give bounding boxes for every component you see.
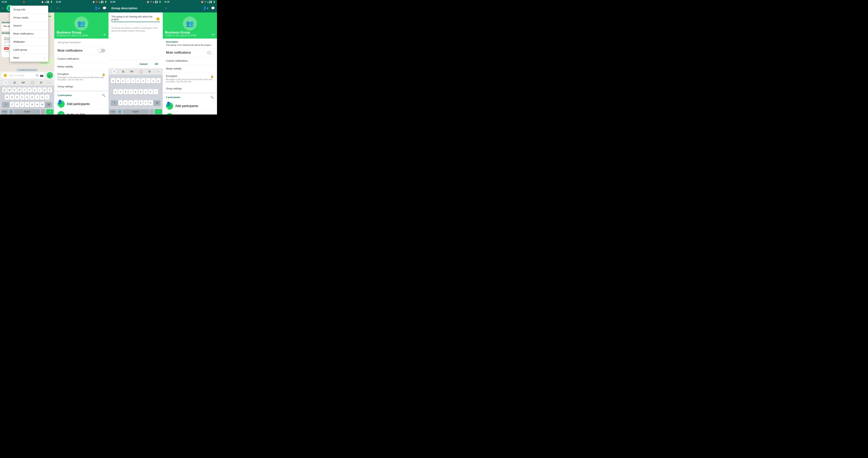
status-bar-2: 11:34 ⏰ 🔕 ▲ ▌▌ 🔋 (54, 0, 108, 4)
language-label-3: English (133, 111, 138, 113)
key-r-3[interactable]: r (126, 78, 130, 84)
custom-notifications-item-4[interactable]: Custom notifications (163, 57, 217, 65)
camera-status-icon: 📷 (150, 1, 152, 3)
group-settings-item[interactable]: Group settings (54, 83, 108, 92)
mute-notifications-row[interactable]: Mute notifications (54, 46, 108, 55)
dnd-icon-2: 🔕 (95, 1, 98, 3)
group-large-avatar[interactable]: 👥 (74, 17, 88, 31)
key-s-3[interactable]: s (118, 89, 123, 94)
menu-group-media[interactable]: Group media (10, 14, 48, 22)
key-y-3[interactable]: y (136, 78, 141, 84)
mute-toggle-4[interactable] (207, 51, 214, 55)
menu-wallpaper[interactable]: Wallpaper (10, 38, 48, 45)
invite-link-avatar-4: 🔗 (166, 113, 173, 115)
status-bar-3: 11:34 ⏰ 📷 ▲ ▌▌ 🔋 (108, 0, 163, 4)
key-h-3[interactable]: h (138, 89, 143, 94)
grid-icon-3[interactable]: ⊞ (122, 70, 124, 73)
key-del-3[interactable]: ⌫ (154, 100, 160, 105)
key-w-3[interactable]: w (116, 78, 120, 84)
key-p-3[interactable]: p (156, 78, 160, 84)
key-x-3[interactable]: x (123, 100, 128, 105)
clipboard-icon-3[interactable]: 📋 (139, 70, 143, 73)
key-g-3[interactable]: g (133, 89, 138, 94)
key-k-3[interactable]: k (149, 89, 153, 94)
new-chat-icon-4[interactable]: 💬 (211, 6, 215, 10)
key-globe-3[interactable]: 🌐 (117, 109, 122, 114)
key-u-3[interactable]: u (141, 78, 146, 84)
encryption-row[interactable]: Encryption 🔒 Messages to this group are … (54, 71, 108, 83)
add-participant-icon[interactable]: 👤+ (94, 6, 100, 10)
key-i-3[interactable]: i (146, 78, 151, 84)
mute-notifications-row-4[interactable]: Mute notifications (163, 48, 217, 57)
key-d-3[interactable]: d (123, 89, 128, 94)
media-visibility-item[interactable]: Media visibility (54, 63, 108, 71)
invite-link-item-4[interactable]: 🔗 Invite via link (163, 111, 217, 115)
search-participants-icon[interactable]: 🔍 (102, 94, 105, 97)
desc-keyboard-bottom: ?123 🌐 English . ⏎ (108, 109, 163, 115)
key-enter-3[interactable]: ⏎ (155, 109, 162, 114)
google-icon-3[interactable]: G (112, 69, 116, 73)
menu-mute[interactable]: Mute notifications (10, 30, 48, 38)
emoji-desc-icon[interactable]: 🙂 (156, 17, 160, 21)
key-c-3[interactable]: c (128, 100, 133, 105)
key-v-3[interactable]: v (133, 100, 138, 105)
search-participants-icon-4[interactable]: 🔍 (210, 96, 214, 99)
gif-icon-3[interactable]: GIF (130, 70, 134, 73)
key-j-3[interactable]: j (144, 89, 148, 94)
key-z-3[interactable]: z (118, 100, 123, 105)
key-n-3[interactable]: n (144, 100, 148, 105)
group-created-4: Created by You, today at 11:18 AM (165, 34, 215, 37)
group-large-avatar-4[interactable]: 👥 (183, 17, 197, 31)
menu-search[interactable]: Search (10, 22, 48, 30)
add-participant-icon-4[interactable]: 👤+ (203, 6, 209, 10)
key-l-3[interactable]: l (154, 89, 158, 94)
group-created: Created by You, today at 11:18 AM (57, 34, 106, 37)
settings-icon-3[interactable]: ⚙ (148, 70, 151, 73)
add-description-item[interactable]: Add group description (54, 39, 108, 46)
add-participants-item[interactable]: 👤+ Add participants (54, 99, 108, 109)
lock-icon-4: 🔒 (210, 75, 214, 78)
edit-group-icon-4[interactable]: ✏ (212, 33, 215, 37)
mute-toggle[interactable] (98, 49, 105, 53)
description-input[interactable]: This group is for sharing info about the… (111, 15, 154, 21)
back-icon-4[interactable]: ← (165, 6, 168, 10)
ok-button[interactable]: OK (153, 62, 160, 66)
participants-count: 2 participants (58, 94, 72, 96)
group-info-full-panel: 11:34 ⏰ 📷 ▲ ▌▌ 🔋 ← 👤+ 💬 👥 Business Group… (163, 0, 217, 115)
group-info-panel: 11:34 ⏰ 🔕 ▲ ▌▌ 🔋 ← 👤+ 💬 👥 Business Group… (54, 0, 108, 115)
menu-group-info[interactable]: Group info (10, 6, 48, 13)
more-keyboard-icon-3[interactable]: ··· (157, 70, 159, 73)
key-t-3[interactable]: t (131, 78, 135, 84)
cancel-button[interactable]: Cancel (138, 62, 149, 66)
status-icons-3: ⏰ 📷 ▲ ▌▌ 🔋 (147, 1, 161, 3)
menu-label-group[interactable]: Label group (10, 46, 48, 54)
back-icon-2[interactable]: ← (56, 6, 60, 10)
key-m-3[interactable]: m (149, 100, 153, 105)
key-num-3[interactable]: ?123 (109, 109, 117, 114)
status-bar-4: 11:34 ⏰ 📷 ▲ ▌▌ 🔋 (163, 0, 217, 4)
key-period-3[interactable]: . (150, 109, 154, 114)
key-shift-3[interactable]: ⇧ (111, 100, 118, 105)
invite-link-item[interactable]: 🔗 Invite via link (54, 109, 108, 115)
key-f-3[interactable]: f (128, 89, 133, 94)
wifi-icon-2: ▲ (98, 1, 100, 3)
edit-group-icon[interactable]: ✏ (103, 33, 106, 37)
group-settings-item-4[interactable]: Group settings (163, 85, 217, 94)
menu-more[interactable]: More › (10, 54, 48, 62)
media-visibility-item-4[interactable]: Media visibility (163, 65, 217, 73)
add-participants-item-4[interactable]: 👤+ Add participants (163, 101, 217, 111)
description-title: Group description (111, 6, 137, 10)
key-q-3[interactable]: q (111, 78, 115, 84)
key-b-3[interactable]: b (138, 100, 143, 105)
context-menu: Group info Group media Search Mute notif… (10, 6, 48, 62)
custom-notifications-item[interactable]: Custom notifications (54, 55, 108, 63)
key-o-3[interactable]: o (151, 78, 156, 84)
key-space-3[interactable]: English (123, 109, 149, 114)
group-description-panel: 11:34 ⏰ 📷 ▲ ▌▌ 🔋 Group description This … (108, 0, 163, 115)
encryption-row-4[interactable]: Encryption 🔒 Messages to this group are … (163, 73, 217, 85)
key-e-3[interactable]: e (121, 78, 125, 84)
new-chat-icon[interactable]: 💬 (102, 6, 106, 10)
group-header-bg: 👥 Business Group Created by You, today a… (54, 12, 108, 39)
desc-input-row: This group is for sharing info about the… (111, 15, 160, 22)
key-a-3[interactable]: a (113, 89, 118, 94)
